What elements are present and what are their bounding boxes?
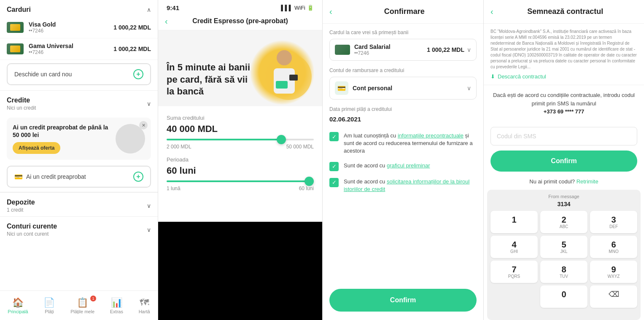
perioada-label: Perioada — [167, 156, 314, 163]
depozite-chevron-icon[interactable]: ∨ — [147, 202, 151, 209]
slider-thumb-credit[interactable] — [277, 135, 286, 144]
conturi-chevron-icon[interactable]: ∨ — [147, 226, 151, 233]
credit-amount-label: Suma creditului — [167, 115, 314, 121]
download-contract-link[interactable]: ⬇ Descarcă contractul — [490, 73, 637, 80]
key-0-alpha — [543, 299, 585, 304]
credit-screen-header: ‹ Credit Espresso (pre-aprobat) — [158, 14, 322, 30]
credit-back-button[interactable]: ‹ — [165, 16, 168, 26]
confirmare-back-button[interactable]: ‹ — [329, 7, 332, 16]
credit-preaprobat-button[interactable]: 💳 Ai un credit preaprobat + — [7, 166, 151, 188]
key-1-alpha — [493, 224, 535, 229]
nav-principala[interactable]: 🏠 Principală — [4, 296, 31, 316]
semneaza-confirm-button[interactable]: Confirm — [490, 151, 637, 172]
credit-screen-title: Credit Espresso (pre-aprobat) — [192, 17, 288, 25]
nav-platile-mele[interactable]: 📋 1 Plățile mele — [67, 296, 98, 316]
conf-card-name: Card Salarial — [354, 43, 391, 50]
credit-promo-banner: În 5 minute ai banii pe card, fără să vi… — [158, 30, 322, 106]
semneaza-back-button[interactable]: ‹ — [490, 7, 493, 16]
confirmare-account-section: Contul de rambursare a creditului 💳 Cont… — [323, 64, 483, 103]
key-7[interactable]: 7 PQRS — [490, 261, 538, 283]
key-6-num: 6 — [593, 240, 635, 249]
slider-track-credit — [167, 139, 314, 140]
grafic-link[interactable]: graficul preliminar — [387, 162, 430, 169]
open-card-button[interactable]: Deschide un card nou + — [7, 63, 151, 85]
conf-account-left: 💳 Cont personal — [335, 81, 392, 95]
plus-icon: + — [133, 69, 143, 79]
slider-thumb-perioada[interactable] — [304, 177, 314, 186]
panel-credit-espresso: 9:41 ▌▌▌ WiFi 🔋 ‹ Credit Espresso (pre-a… — [158, 0, 323, 320]
key-4[interactable]: 4 GHI — [490, 236, 538, 258]
key-5[interactable]: 5 JKL — [540, 236, 587, 258]
battery-icon: 🔋 — [307, 5, 314, 11]
credit-amount-slider[interactable] — [167, 139, 314, 140]
sms-input-placeholder: Codul din SMS — [497, 133, 536, 140]
cards-section-header: Carduri ∧ — [0, 0, 158, 17]
resend-link[interactable]: Retrimite — [577, 178, 598, 185]
status-icons: ▌▌▌ WiFi 🔋 — [281, 5, 314, 11]
download-label: Descarcă contractul — [498, 73, 546, 80]
extras-icon: 📊 — [111, 297, 122, 308]
card-name-visa: Visa Gold — [29, 21, 113, 28]
sms-input-wrapper[interactable]: Codul din SMS — [490, 127, 637, 145]
checkbox-row-2[interactable]: ✓ Sunt de acord cu graficul preliminar — [329, 162, 477, 171]
nav-plati[interactable]: 📄 Plăți — [40, 296, 58, 316]
key-1[interactable]: 1 — [490, 211, 538, 233]
nav-platile-mele-label: Plățile mele — [70, 309, 94, 314]
checkbox-row-3[interactable]: ✓ Sunt de acord cu solicitarea informați… — [329, 178, 477, 193]
card-item-visa[interactable]: Visa Gold ••7246 1 000,22 MDL — [0, 17, 158, 38]
nav-plati-label: Plăți — [45, 309, 54, 314]
perioada-slider[interactable] — [167, 180, 314, 182]
key-0[interactable]: 0 — [540, 285, 587, 308]
card-item-gama[interactable]: Gama Universal ••7246 1 000,22 MDL — [0, 38, 158, 60]
svg-rect-5 — [276, 81, 288, 89]
key-5-num: 5 — [543, 240, 585, 249]
sms-desc-text: Dacă ești de acord cu condițiile contrac… — [493, 92, 635, 107]
resend-label: Nu ai primit codul? — [529, 178, 575, 185]
sms-description: Dacă ești de acord cu condițiile contrac… — [490, 91, 637, 116]
key-6[interactable]: 6 MNO — [590, 236, 637, 258]
checkbox-3[interactable]: ✓ — [329, 178, 339, 187]
cards-chevron-icon[interactable]: ∧ — [147, 6, 151, 13]
promo-title: Ai un credit preaprobat de până la 50 00… — [13, 124, 116, 139]
confirmare-account-row[interactable]: 💳 Cont personal ∨ — [329, 77, 477, 99]
credite-chevron-icon[interactable]: ∨ — [147, 100, 151, 107]
key-3[interactable]: 3 DEF — [590, 211, 637, 233]
checkbox-2[interactable]: ✓ — [329, 162, 339, 171]
conf-card-icon — [335, 45, 350, 55]
wifi-icon: WiFi — [294, 5, 305, 11]
key-backspace[interactable]: ⌫ — [590, 285, 637, 308]
key-4-num: 4 — [493, 240, 535, 249]
checkbox-2-text: Sunt de acord cu graficul preliminar — [344, 162, 430, 169]
svg-point-1 — [123, 139, 138, 153]
promo-text: Ai un credit preaprobat de până la 50 00… — [13, 124, 116, 154]
confirmare-date-section: Data primei plăți a creditului 02.06.202… — [323, 103, 483, 129]
key-2[interactable]: 2 ABC — [540, 211, 587, 233]
card-number-gama: ••7246 — [29, 49, 113, 55]
promo-show-offer-button[interactable]: Afișează oferta — [13, 142, 60, 154]
semneaza-title: Semnează contractul — [493, 7, 637, 16]
key-4-alpha: GHI — [493, 249, 535, 254]
key-9[interactable]: 9 WXYZ — [590, 261, 637, 283]
checkbox-3-text: Sunt de acord cu solicitarea informațiil… — [344, 178, 477, 193]
depozite-section: Depozite 1 credit ∨ — [0, 192, 158, 216]
key-8[interactable]: 8 TUV — [540, 261, 587, 283]
keypad-message-number: 3134 — [490, 201, 637, 207]
nav-harta[interactable]: 🗺 Hartă — [135, 296, 154, 316]
contract-text: BC "Moldova-Agroindbank" S.A., instituți… — [490, 29, 637, 70]
nav-extras[interactable]: 📊 Extras — [107, 296, 127, 316]
confirmare-confirm-button[interactable]: Confirm — [329, 289, 477, 312]
open-card-label: Deschide un card nou — [14, 71, 72, 78]
card-chip-icon-gama — [10, 46, 20, 52]
card-amount-gama: 1 000,22 MDL — [113, 46, 151, 52]
checkbox-1[interactable]: ✓ — [329, 132, 339, 141]
signal-icon: ▌▌▌ — [281, 5, 293, 11]
promo-close-button[interactable]: ✕ — [139, 121, 148, 129]
precontractuale-link[interactable]: informațiile precontractuale — [398, 132, 463, 139]
slider-fill-credit — [167, 139, 281, 140]
perioada-slider-labels: 1 lună 60 luni — [167, 186, 314, 191]
account-icon: 💳 — [335, 81, 348, 95]
checkbox-row-1[interactable]: ✓ Am luat cunoștință cu informațiile pre… — [329, 132, 477, 155]
confirmare-card-row[interactable]: Card Salarial ••7246 1 000,22 MDL ∨ — [329, 39, 477, 61]
conf-card-num: ••7246 — [354, 50, 391, 56]
key-7-num: 7 — [493, 265, 535, 274]
